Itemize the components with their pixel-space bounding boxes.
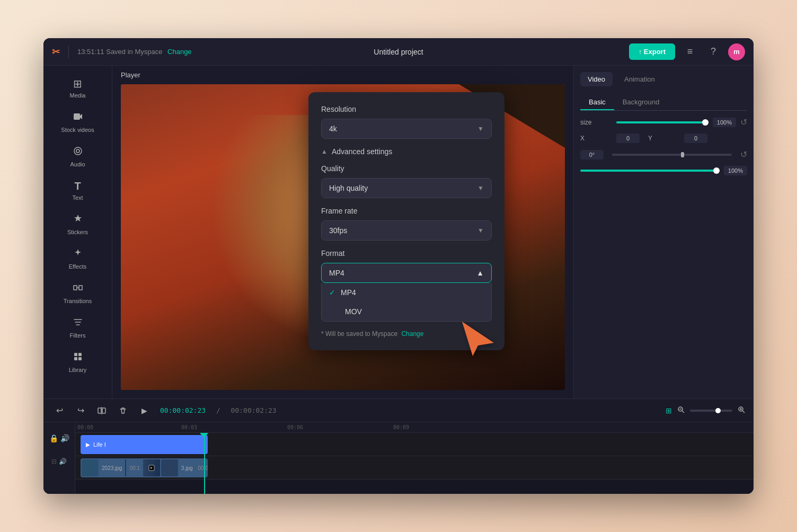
svg-line-15 — [742, 411, 745, 413]
tab-animation[interactable]: Animation — [617, 72, 662, 86]
sub-tab-basic[interactable]: Basic — [580, 95, 614, 110]
rotate-value-box: 0° — [580, 150, 604, 159]
sidebar-item-label: Filters — [70, 332, 86, 339]
timeline-toolbar: ↩ ↪ ▶ 00:00:02:23 / 00:00:02:23 ⊞ — [43, 399, 754, 422]
size-slider-track[interactable] — [616, 121, 709, 123]
export-button[interactable]: ↑ Export — [629, 43, 675, 60]
panel-sub-tabs: Basic Background — [580, 95, 747, 111]
format-value: MP4 — [329, 269, 344, 277]
video-track-lock-icon[interactable]: ⊟ — [51, 458, 57, 465]
panel-tabs: Video Animation — [580, 72, 747, 86]
timeline-tracks: 🔒 🔊 ⊟ 🔊 00:00 00:03 00:06 00:09 — [43, 422, 754, 494]
position-property-row: X 0 Y 0 — [580, 134, 747, 143]
size-slider-fill — [616, 121, 709, 123]
format-select[interactable]: MP4 ▲ — [321, 263, 492, 283]
sidebar-item-transitions[interactable]: Transitions — [51, 277, 104, 309]
quality-label: Quality — [321, 164, 492, 173]
track-1: Life I — [75, 433, 754, 456]
zoom-in-icon[interactable] — [738, 406, 745, 415]
sidebar-item-label: Transitions — [64, 298, 92, 304]
sidebar-item-filters[interactable]: Filters — [51, 312, 104, 344]
player-area: Player Resolution 4k ▼ ▲ — [112, 66, 573, 398]
sidebar-item-effects[interactable]: Effects — [51, 243, 104, 275]
clip-time-1: 00:1 — [127, 459, 141, 476]
video-clip-group[interactable]: 2023.jpg 00:1 3.jpg 00:01:21 — [81, 458, 208, 477]
format-option-mp4[interactable]: ✓ MP4 — [322, 283, 491, 302]
clip-label-1: 2023.jpg — [100, 459, 124, 476]
track-2: 2023.jpg 00:1 3.jpg 00:01:21 — [75, 456, 754, 480]
resolution-label: Resolution — [321, 105, 492, 113]
size-slider-container: 100% ↺ — [616, 117, 747, 127]
clip-time-2: 00:01:21 — [196, 459, 208, 476]
sidebar-item-label: Library — [69, 367, 87, 373]
playhead-head — [200, 433, 208, 438]
current-time: 00:00:02:23 — [160, 406, 206, 414]
x-value-box[interactable]: 0 — [616, 134, 640, 143]
audio-icon — [73, 146, 83, 159]
sub-tab-background[interactable]: Background — [614, 95, 668, 110]
main-area: ⊞ Media Stock videos Audio T Text — [43, 66, 754, 398]
delete-button[interactable] — [116, 403, 130, 418]
framerate-label: Frame rate — [321, 207, 492, 215]
resolution-select[interactable]: 4k ▼ — [321, 119, 492, 139]
header: ✂ 13:51:11 Saved in Myspace Change Untit… — [43, 38, 754, 66]
play-button[interactable]: ▶ — [137, 403, 152, 418]
sidebar-item-text[interactable]: T Text — [51, 175, 104, 206]
stickers-icon — [73, 214, 83, 227]
sidebar-item-stock-videos[interactable]: Stock videos — [51, 106, 104, 138]
user-avatar[interactable]: m — [728, 43, 745, 60]
save-change-link[interactable]: Change — [167, 48, 192, 56]
size-value-box: 100% — [713, 118, 736, 127]
text-icon: T — [74, 180, 81, 192]
sidebar-item-audio[interactable]: Audio — [51, 140, 104, 173]
help-icon[interactable]: ? — [705, 43, 722, 60]
main-clip[interactable]: Life I — [81, 435, 208, 454]
project-title: Untitled project — [374, 48, 423, 56]
video-track-mute-icon[interactable]: 🔊 — [59, 458, 67, 465]
sidebar-item-library[interactable]: Library — [51, 346, 104, 378]
undo-button[interactable]: ↩ — [52, 403, 67, 418]
tab-video[interactable]: Video — [580, 72, 613, 86]
size-property-row: size 100% ↺ — [580, 117, 747, 127]
zoom-out-icon[interactable] — [677, 406, 685, 415]
footer-change-link[interactable]: Change — [401, 330, 423, 338]
save-info-text: 13:51:11 Saved in Myspace — [77, 48, 162, 56]
quality-select[interactable]: High quality ▼ — [321, 178, 492, 198]
split-button[interactable] — [94, 403, 109, 418]
sidebar-item-media[interactable]: ⊞ Media — [51, 72, 104, 104]
main-clip-title: Life I — [93, 441, 106, 448]
y-value-box[interactable]: 0 — [684, 134, 707, 143]
app-window: ✂ 13:51:11 Saved in Myspace Change Untit… — [43, 38, 754, 494]
player-header: Player — [112, 66, 573, 84]
add-track-icon[interactable]: ⊞ — [666, 406, 672, 415]
framerate-value: 30fps — [329, 226, 347, 235]
library-icon — [73, 351, 83, 365]
opacity-slider-container: 100% — [580, 166, 747, 175]
clip-thumb-2 — [161, 459, 178, 476]
format-option-mp4-label: MP4 — [341, 288, 356, 297]
rotate-slider-track[interactable] — [612, 154, 732, 156]
rotate-slider-thumb — [681, 152, 684, 157]
svg-point-1 — [74, 147, 82, 155]
app-logo: ✂ — [52, 46, 60, 58]
zoom-slider[interactable] — [690, 410, 732, 412]
framerate-select[interactable]: 30fps ▼ — [321, 220, 492, 241]
stock-videos-icon — [73, 111, 83, 125]
time-divider: / — [212, 406, 224, 414]
svg-rect-5 — [74, 357, 77, 360]
size-reset-button[interactable]: ↺ — [740, 117, 747, 127]
opacity-slider-track[interactable] — [580, 170, 720, 172]
resolution-value: 4k — [329, 125, 337, 133]
zoom-thumb — [715, 408, 721, 413]
lock-icon[interactable]: 🔒 — [49, 434, 58, 442]
redo-button[interactable]: ↪ — [73, 403, 88, 418]
quality-chevron-icon: ▼ — [477, 184, 484, 192]
mute-icon[interactable]: 🔊 — [60, 434, 69, 442]
timeline-ruler: 00:00 00:03 00:06 00:09 — [75, 422, 754, 433]
sidebar-item-stickers[interactable]: Stickers — [51, 208, 104, 241]
ruler-mark-0: 00:00 — [77, 424, 93, 430]
advanced-settings-toggle[interactable]: ▲ Advanced settings — [321, 147, 492, 156]
rotate-reset-button[interactable]: ↺ — [740, 149, 747, 159]
layout-icon[interactable]: ≡ — [681, 43, 698, 60]
save-info: 13:51:11 Saved in Myspace Change — [77, 48, 192, 56]
